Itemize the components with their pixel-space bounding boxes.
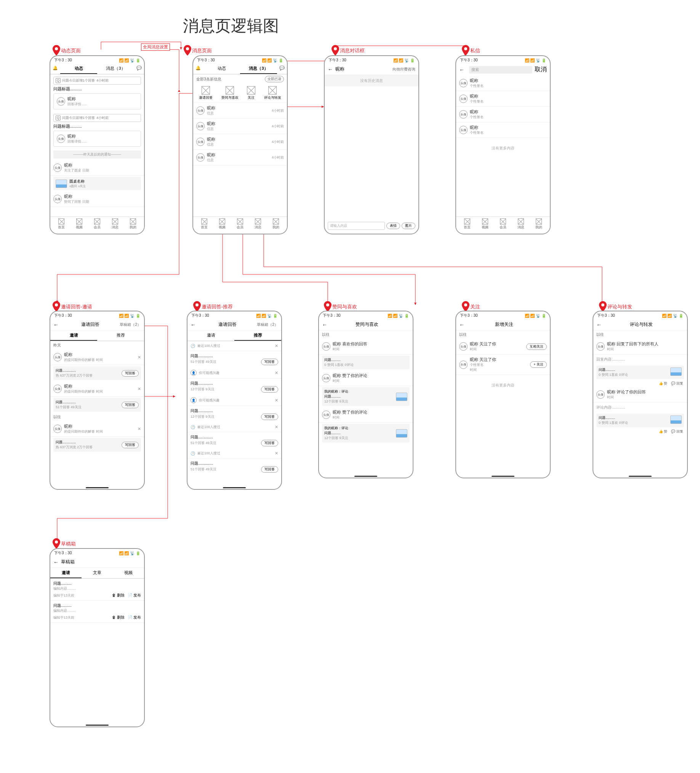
emoji-button[interactable]: 表情 [386,223,400,229]
nav-member[interactable]: 会员 [94,219,100,230]
delete-button[interactable]: 🗑 删除 [112,615,125,619]
chat-icon[interactable]: 💬 [134,64,144,74]
publish-button[interactable]: 📄 发布 [128,615,141,619]
tab-message[interactable]: 消息（3） [240,64,277,74]
cat-follow[interactable]: 关注 [247,86,255,100]
reply-button[interactable]: 💬 回复 [671,429,683,434]
tab-invite[interactable]: 邀请 [50,331,97,341]
bell-icon[interactable]: 🔔 [193,64,203,74]
dm-row[interactable]: 头像昵称个性签名 [456,76,550,91]
follow-button[interactable]: + 关注 [530,361,547,368]
svg-point-0 [55,47,58,50]
msg-row[interactable]: 头像昵称信息4小时前 [193,150,287,165]
msg-row[interactable]: 头像昵称信息4小时前 [193,118,287,134]
bell-icon[interactable]: 🔔 [50,64,60,74]
dm-row[interactable]: 头像昵称个性签名 [456,122,550,138]
dismiss-button[interactable]: ✕ [275,398,278,403]
dm-row[interactable]: 头像昵称个性签名 [456,107,550,122]
nav-mine[interactable]: 我的 [536,219,542,230]
avatar[interactable]: 头像 [57,97,65,105]
avatar[interactable]: 头像 [53,163,62,172]
back-button[interactable]: ← [322,322,327,328]
q-card[interactable]: 问题..............热 637万浏览 2万个回答写回答 [53,366,141,380]
svg-point-4 [55,303,58,306]
nav-message[interactable]: 消息 [518,219,524,230]
message-input[interactable]: 请输入内容 [328,222,385,230]
avatar[interactable]: 头像 [53,195,62,203]
screen-comment: 下午3：30📶 📶 📡 🔋 ←评论与转发 以往 头像昵称 回复了回答下的所有人时… [593,311,688,479]
avatar[interactable]: 头像 [57,135,65,143]
nav-message[interactable]: 消息 [112,219,118,230]
write-answer-button[interactable]: 写回答 [122,370,139,377]
back-button[interactable]: ← [53,559,59,565]
nav-home[interactable]: 首页 [201,219,208,230]
nav-member[interactable]: 会员 [500,219,506,230]
cat-invite[interactable]: 邀请回答 [199,86,213,100]
tab-dynamic[interactable]: 动态 [203,64,240,74]
pin-icon [332,45,339,56]
nav-message[interactable]: 消息 [255,219,261,230]
cancel-link[interactable]: 取消 [535,66,547,74]
like-button[interactable]: 👍 赞 [659,381,668,386]
nav-mine[interactable]: 我的 [273,219,279,230]
draft-link[interactable]: 草稿箱（2） [120,322,141,327]
mutual-follow-button[interactable]: 互相关注 [526,344,547,350]
back-button[interactable]: ← [596,322,602,328]
like-button[interactable]: 👍 赞 [659,429,668,434]
dismiss-button[interactable]: ✕ [138,426,141,431]
q-title[interactable]: 问题标题.......... [53,123,141,129]
delete-button[interactable]: 🗑 删除 [112,593,125,597]
back-button[interactable]: ← [53,322,59,328]
roundtable-card[interactable]: 圆桌名称n圆回 n关注 [53,177,141,190]
back-button[interactable]: ← [459,67,465,73]
mark-all-read-button[interactable]: 全部已读 [265,76,284,82]
consult-link[interactable]: 向他付费咨询 [393,67,415,72]
back-button[interactable]: ← [328,66,333,72]
nav-video[interactable]: 视频 [76,219,83,230]
divider: ———昨天及以前的通知——— [53,151,141,159]
dismiss-button[interactable]: ✕ [275,370,278,375]
nav-mine[interactable]: 我的 [130,219,136,230]
write-answer-button[interactable]: 写回答 [261,414,278,420]
write-answer-button[interactable]: 写回答 [261,359,278,365]
dismiss-button[interactable]: ✕ [275,424,278,429]
reply-button[interactable]: 💬 回复 [671,381,683,386]
write-answer-button[interactable]: 写回答 [261,440,278,446]
cat-like[interactable]: 赞同与喜欢 [222,86,238,100]
dm-row[interactable]: 头像昵称个性签名 [456,91,550,107]
tab-rec[interactable]: 推荐 [234,331,281,341]
image-button[interactable]: 图片 [402,223,415,229]
tab-draft-invite[interactable]: 邀请 [50,568,82,578]
back-button[interactable]: ← [191,322,196,328]
cat-comment[interactable]: 评论与转发 [264,86,281,100]
nav-video[interactable]: 视频 [481,219,488,230]
write-answer-button[interactable]: 写回答 [122,442,139,448]
write-answer-button[interactable]: 写回答 [122,402,139,408]
publish-button[interactable]: 📄 发布 [128,593,141,597]
tab-draft-article[interactable]: 文章 [82,568,113,578]
write-answer-button[interactable]: 写回答 [261,386,278,393]
back-button[interactable]: ← [459,322,465,328]
write-answer-button[interactable]: 写回答 [261,466,278,473]
tab-invite[interactable]: 邀请 [187,331,234,341]
tab-draft-video[interactable]: 视频 [113,568,144,578]
new-info: 全部3条新信息 [196,77,222,82]
dismiss-button[interactable]: ✕ [275,451,278,456]
nav-member[interactable]: 会员 [237,219,243,230]
q-title[interactable]: 问题标题.......... [53,86,141,92]
nav-home[interactable]: 首页 [58,219,65,230]
tab-message[interactable]: 消息（3） [97,64,134,74]
dismiss-button[interactable]: ✕ [138,355,141,360]
tab-dynamic[interactable]: 动态 [60,64,97,74]
svg-point-5 [196,303,199,306]
chat-icon[interactable]: 💬 [277,64,287,74]
nav-video[interactable]: 视频 [219,219,225,230]
nav-home[interactable]: 首页 [464,219,471,230]
tab-rec[interactable]: 推荐 [97,331,144,341]
dismiss-button[interactable]: ✕ [138,386,141,391]
search-input[interactable]: 搜索 [469,66,532,74]
msg-row[interactable]: 头像昵称信息4小时前 [193,103,287,118]
msg-row[interactable]: 头像昵称信息4小时前 [193,134,287,150]
dismiss-button[interactable]: ✕ [275,344,278,349]
home-indicator [86,487,108,488]
